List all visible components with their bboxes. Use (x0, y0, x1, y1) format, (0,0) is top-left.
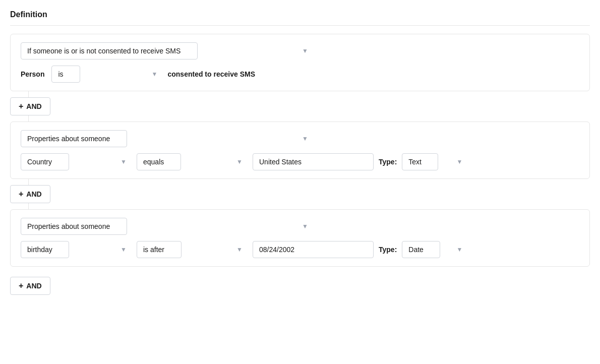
value-input-3[interactable] (253, 241, 374, 258)
plus-icon-1: + (19, 102, 23, 111)
type-label-3: Type: (379, 246, 397, 254)
main-dropdown-row-1: If someone is or is not consented to rec… (21, 42, 579, 59)
and-button-3[interactable]: + AND (10, 277, 50, 295)
and-connector-1: + AND (10, 91, 590, 122)
property-select-wrapper-3[interactable]: birthday ▼ (21, 241, 132, 258)
main-dropdown-row-2: Properties about someone ▼ (21, 130, 579, 147)
definition-title: Definition (10, 10, 590, 26)
and-label-3: AND (26, 282, 41, 290)
main-select-wrapper-3[interactable]: Properties about someone ▼ (21, 218, 313, 235)
country-condition-row: Country ▼ equals ▼ Type: Text ▼ (21, 153, 579, 170)
property-select-2[interactable]: Country (21, 153, 69, 170)
value-input-2[interactable] (253, 153, 374, 170)
type-select-3[interactable]: Date (402, 241, 440, 258)
main-select-1[interactable]: If someone is or is not consented to rec… (21, 42, 198, 59)
condition-select-3[interactable]: is after (137, 241, 182, 258)
condition-block-3: Properties about someone ▼ birthday ▼ is… (10, 209, 590, 267)
plus-icon-3: + (19, 281, 23, 290)
person-label: Person (21, 70, 44, 78)
chevron-down-icon-6: ▼ (456, 158, 462, 165)
condition-select-2[interactable]: equals (137, 153, 181, 170)
and-button-1[interactable]: + AND (10, 97, 50, 115)
chevron-down-icon-2: ▼ (152, 71, 158, 78)
type-select-wrapper-3[interactable]: Date ▼ (402, 241, 467, 258)
condition-select-wrapper-2[interactable]: equals ▼ (137, 153, 248, 170)
is-select[interactable]: is (51, 66, 80, 83)
chevron-down-icon-3: ▼ (302, 135, 308, 142)
sms-consent-label: consented to receive SMS (167, 70, 255, 78)
and-label-2: AND (26, 190, 41, 198)
type-select-wrapper-2[interactable]: Text ▼ (402, 153, 467, 170)
main-select-2[interactable]: Properties about someone (21, 130, 127, 147)
chevron-down-icon-1: ▼ (302, 47, 308, 54)
chevron-down-icon-9: ▼ (236, 246, 243, 253)
main-select-3[interactable]: Properties about someone (21, 218, 127, 235)
and-button-2[interactable]: + AND (10, 185, 50, 203)
chevron-down-icon-10: ▼ (456, 246, 462, 253)
plus-icon-2: + (19, 190, 23, 199)
and-label-1: AND (26, 102, 41, 110)
condition-block-2: Properties about someone ▼ Country ▼ equ… (10, 122, 590, 179)
type-label-2: Type: (379, 158, 397, 166)
main-select-wrapper-2[interactable]: Properties about someone ▼ (21, 130, 313, 147)
and-connector-2: + AND (10, 179, 590, 209)
chevron-down-icon-7: ▼ (302, 223, 308, 230)
chevron-down-icon-8: ▼ (121, 246, 127, 253)
main-dropdown-row-3: Properties about someone ▼ (21, 218, 579, 235)
and-connector-3: + AND (10, 271, 590, 301)
chevron-down-icon-5: ▼ (236, 158, 243, 165)
main-select-wrapper-1[interactable]: If someone is or is not consented to rec… (21, 42, 313, 59)
property-select-3[interactable]: birthday (21, 241, 69, 258)
birthday-condition-row: birthday ▼ is after ▼ Type: Date ▼ (21, 241, 579, 258)
condition-block-1: If someone is or is not consented to rec… (10, 34, 590, 91)
chevron-down-icon-4: ▼ (121, 158, 127, 165)
sms-condition-row: Person is ▼ consented to receive SMS (21, 66, 579, 83)
type-select-2[interactable]: Text (402, 153, 438, 170)
property-select-wrapper-2[interactable]: Country ▼ (21, 153, 132, 170)
is-select-wrapper[interactable]: is ▼ (51, 66, 162, 83)
condition-select-wrapper-3[interactable]: is after ▼ (137, 241, 248, 258)
